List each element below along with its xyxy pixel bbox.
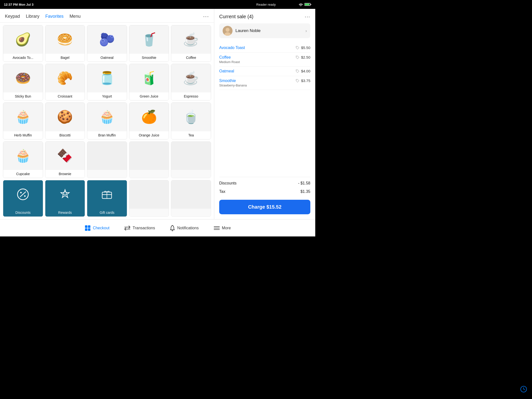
svg-rect-21 <box>85 228 87 231</box>
empty-image <box>129 180 169 209</box>
item-image-orange-juice: 🍊 <box>129 103 169 131</box>
empty-image <box>171 180 211 209</box>
order-item-sub-coffee-item: Medium Roast <box>219 60 296 64</box>
order-item-name-avocado-toast-item: Avocado Toast <box>219 46 296 50</box>
item-card-bagel[interactable]: 🥯 Bagel <box>45 25 85 62</box>
item-card-empty2 <box>129 141 169 178</box>
item-card-smoothie[interactable]: 🥤 Smoothie <box>129 25 169 62</box>
customer-name: Lauren Noble <box>235 28 305 33</box>
item-card-biscotti[interactable]: 🍪 Biscotti <box>45 102 85 139</box>
svg-rect-19 <box>85 225 87 228</box>
svg-point-15 <box>297 47 297 47</box>
item-card-discounts[interactable]: Discounts <box>3 180 43 217</box>
tax-value: $1.35 <box>300 189 310 194</box>
sale-more-button[interactable]: ··· <box>305 14 310 19</box>
action-image-rewards <box>45 180 85 209</box>
item-card-croissant[interactable]: 🥐 Croissant <box>45 64 85 100</box>
tab-menu[interactable]: Menu <box>69 13 81 20</box>
reader-ready-text: Reader ready <box>256 3 276 6</box>
order-item-name-coffee-item: Coffee <box>219 55 296 60</box>
empty-image <box>87 142 127 170</box>
item-image-tea: 🍵 <box>171 103 211 131</box>
order-item-oatmeal-item[interactable]: Oatmeal $4.00 <box>219 66 310 76</box>
tab-favorites[interactable]: Favorites <box>45 13 64 20</box>
tab-keypad[interactable]: Keypad <box>5 13 20 20</box>
item-label-bagel: Bagel <box>45 54 85 62</box>
notifications-icon <box>170 225 175 231</box>
item-card-oatmeal[interactable]: 🫐 Oatmeal <box>87 25 127 62</box>
transactions-label: Transactions <box>133 226 155 230</box>
item-label-croissant: Croissant <box>45 92 85 100</box>
tabs-more-button[interactable]: ··· <box>203 13 209 20</box>
order-item-price-smoothie-item: $3.75 <box>296 79 310 83</box>
tax-row: Tax $1.35 <box>219 187 310 196</box>
item-card-cupcake[interactable]: 🧁 Cupcake <box>3 141 43 178</box>
item-card-gift-cards[interactable]: Gift cards <box>87 180 127 217</box>
nav-item-transactions[interactable]: Transactions <box>124 225 155 231</box>
order-item-coffee-item[interactable]: Coffee Medium Roast $2.50 <box>219 53 310 66</box>
nav-item-checkout[interactable]: Checkout <box>84 225 110 231</box>
item-image-espresso: ☕ <box>171 64 211 92</box>
item-label-bran-muffin: Bran Muffin <box>87 131 127 139</box>
item-label-yogurt: Yogurt <box>87 92 127 100</box>
item-card-orange-juice[interactable]: 🍊 Orange Juice <box>129 102 169 139</box>
customer-row[interactable]: Lauren Noble › <box>219 23 310 38</box>
empty-label <box>129 209 169 216</box>
bottom-nav: Checkout Transactions Notifications <box>0 219 315 236</box>
item-card-herb-muffin[interactable]: 🧁 Herb Muffin <box>3 102 43 139</box>
item-card-brownie[interactable]: 🍫 Brownie <box>45 141 85 178</box>
price-tag-icon <box>296 46 299 50</box>
main-content: Keypad Library Favorites Menu ··· 🥑 Avoc… <box>0 9 315 219</box>
item-card-avocado-toast[interactable]: 🥑 Avocado To... <box>3 25 43 62</box>
chevron-right-icon: › <box>305 28 307 33</box>
nav-item-notifications[interactable]: Notifications <box>170 225 199 231</box>
nav-item-more[interactable]: More <box>214 226 231 231</box>
item-card-empty1 <box>87 141 127 178</box>
item-card-green-juice[interactable]: 🧃 Green Juice <box>129 64 169 100</box>
item-label-brownie: Brownie <box>45 170 85 178</box>
item-card-yogurt[interactable]: 🫙 Yogurt <box>87 64 127 100</box>
item-card-sticky-bun[interactable]: 🍩 Sticky Bun <box>3 64 43 100</box>
item-card-espresso[interactable]: ☕ Espresso <box>171 64 211 100</box>
item-image-bran-muffin: 🧁 <box>87 103 127 131</box>
order-item-info-oatmeal-item: Oatmeal <box>219 69 296 73</box>
empty-label <box>171 170 211 178</box>
tab-library[interactable]: Library <box>26 13 39 20</box>
svg-point-8 <box>64 192 66 195</box>
item-label-smoothie: Smoothie <box>129 54 169 62</box>
price-tag-icon <box>296 69 299 73</box>
item-image-oatmeal: 🫐 <box>87 25 127 54</box>
empty-image <box>171 142 211 170</box>
svg-rect-20 <box>88 225 90 228</box>
item-card-tea[interactable]: 🍵 Tea <box>171 102 211 139</box>
svg-rect-22 <box>88 228 90 231</box>
item-label-green-juice: Green Juice <box>129 92 169 100</box>
price-tag-icon <box>296 55 299 59</box>
order-item-smoothie-item[interactable]: Smoothie Strawberry-Banana $3.75 <box>219 76 310 90</box>
order-item-avocado-toast-item[interactable]: Avocado Toast $5.50 <box>219 43 310 53</box>
status-icons: ⚡ <box>299 3 311 6</box>
tax-label: Tax <box>219 189 225 194</box>
left-panel: Keypad Library Favorites Menu ··· 🥑 Avoc… <box>0 9 214 219</box>
item-label-herb-muffin: Herb Muffin <box>3 131 43 139</box>
sale-title: Current sale (4) <box>219 14 253 19</box>
item-image-brownie: 🍫 <box>45 142 85 170</box>
item-card-bran-muffin[interactable]: 🧁 Bran Muffin <box>87 102 127 139</box>
checkout-icon <box>84 225 91 231</box>
right-panel: Current sale (4) ··· Lauren Noble › Avoc… <box>214 9 315 219</box>
item-card-rewards[interactable]: Rewards <box>45 180 85 217</box>
item-image-green-juice: 🧃 <box>129 64 169 92</box>
item-label-tea: Tea <box>171 131 211 139</box>
totals-section: Discounts - $1.58 Tax $1.35 <box>219 177 310 196</box>
item-card-coffee[interactable]: ☕ Coffee <box>171 25 211 62</box>
item-label-sticky-bun: Sticky Bun <box>3 92 43 100</box>
item-image-coffee: ☕ <box>171 25 211 54</box>
order-item-sub-smoothie-item: Strawberry-Banana <box>219 83 296 87</box>
more-icon <box>214 226 220 231</box>
discounts-value: - $1.58 <box>298 181 310 185</box>
notifications-label: Notifications <box>177 226 199 230</box>
action-image-gift-cards <box>87 180 127 209</box>
item-label-cupcake: Cupcake <box>3 170 43 178</box>
charge-button[interactable]: Charge $15.52 <box>219 200 310 214</box>
wifi-icon <box>299 3 303 6</box>
